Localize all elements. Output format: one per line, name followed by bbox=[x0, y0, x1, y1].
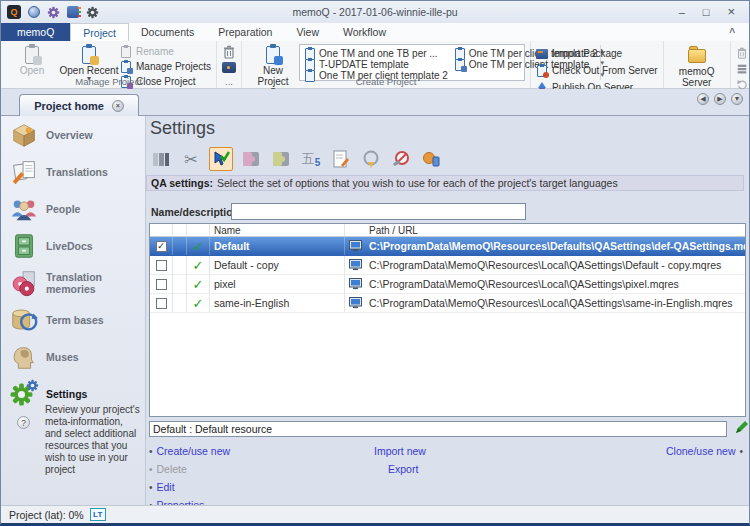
row-path: C:\ProgramData\MemoQ\Resources\Local\QAS… bbox=[365, 275, 745, 293]
settings-category-toolbar: ✂ 五5 bbox=[149, 147, 443, 171]
window-controls: – □ × bbox=[679, 2, 749, 22]
table-row[interactable]: ✓ same-in-English C:\ProgramData\MemoQ\R… bbox=[150, 294, 745, 313]
open-recent-icon bbox=[79, 44, 99, 65]
minimize-button[interactable]: – bbox=[679, 2, 685, 22]
table-row[interactable]: ✓ pixel C:\ProgramData\MemoQ\Resources\L… bbox=[150, 275, 745, 294]
table-row[interactable]: ✓ ✓ Default C:\ProgramData\MemoQ\Resourc… bbox=[150, 237, 745, 256]
clone-use-new-link[interactable]: Clone/use new• bbox=[666, 445, 743, 457]
project-home-tab[interactable]: Project home × bbox=[19, 94, 139, 116]
check-out-icon bbox=[536, 64, 548, 77]
export-link[interactable]: Export bbox=[388, 463, 418, 475]
open-button[interactable]: Open bbox=[6, 43, 58, 76]
group-label-create-project: Create Project bbox=[242, 76, 530, 87]
project-home-sidebar: Overview Translations bbox=[1, 116, 146, 505]
livedocs-settings-icon[interactable] bbox=[269, 147, 293, 171]
sidebar-item-livedocs[interactable]: LiveDocs bbox=[1, 227, 145, 264]
globe-icon[interactable] bbox=[28, 6, 40, 18]
sidebar-item-translations[interactable]: Translations bbox=[1, 153, 145, 190]
edit-link[interactable]: •Edit bbox=[149, 481, 175, 493]
template-item[interactable]: T-UPDATE template bbox=[304, 59, 448, 70]
translations-icon bbox=[9, 157, 39, 187]
collapse-ribbon-icon[interactable]: ^ bbox=[729, 27, 735, 38]
rename-icon bbox=[120, 45, 132, 58]
sidebar-item-muses[interactable]: Muses bbox=[1, 338, 145, 375]
sidebar-item-term-bases[interactable]: Term bases bbox=[1, 301, 145, 338]
close-pane-icon[interactable]: × bbox=[112, 100, 124, 112]
create-use-new-link[interactable]: •Create/use new bbox=[149, 445, 230, 457]
check-out-from-server-button[interactable]: Check Out From Server bbox=[536, 64, 658, 77]
gear-purple-icon[interactable] bbox=[47, 6, 60, 19]
row-path: C:\ProgramData\MemoQ\Resources\Defaults\… bbox=[365, 237, 745, 255]
edit-resource-icon[interactable] bbox=[734, 420, 749, 435]
sidebar-item-people[interactable]: People bbox=[1, 190, 145, 227]
backup-icon bbox=[736, 63, 748, 75]
content-area: Project home × ◀ ▶ ▼ Overview bbox=[1, 89, 749, 505]
safe-icon[interactable] bbox=[222, 62, 236, 73]
row-checkbox[interactable] bbox=[156, 298, 167, 309]
nav-right-icon[interactable]: ▶ bbox=[714, 93, 726, 105]
qa-settings-banner: QA settings: Select the set of options t… bbox=[146, 175, 744, 191]
qa-settings-icon[interactable] bbox=[209, 147, 233, 171]
recycle-bin-icon bbox=[736, 47, 748, 59]
nav-left-icon[interactable]: ◀ bbox=[697, 93, 709, 105]
tab-view[interactable]: View bbox=[284, 23, 331, 41]
pane-nav-buttons: ◀ ▶ ▼ bbox=[697, 93, 743, 105]
ribbon-tab-bar: memoQ Project Documents Preparation View… bbox=[1, 23, 749, 41]
delete-link[interactable]: •Delete bbox=[149, 463, 187, 475]
valid-check-icon: ✓ bbox=[193, 277, 204, 292]
livedocs-icon bbox=[9, 231, 39, 261]
row-checkbox[interactable] bbox=[156, 260, 167, 271]
view-recycle-bin-button[interactable]: View Recycle Bin bbox=[736, 46, 750, 59]
column-header-path[interactable]: Path / URL bbox=[365, 224, 745, 236]
name-description-input[interactable] bbox=[231, 203, 526, 220]
gear-dark-icon[interactable] bbox=[86, 6, 99, 19]
export-path-rules-icon[interactable] bbox=[329, 147, 353, 171]
import-package-button[interactable]: Import Package bbox=[536, 47, 658, 60]
tab-project[interactable]: Project bbox=[70, 23, 129, 41]
translation-memories-icon bbox=[9, 268, 39, 298]
segmentation-rules-icon[interactable]: ✂ bbox=[179, 147, 203, 171]
auto-export-icon[interactable] bbox=[359, 147, 383, 171]
nav-down-icon[interactable]: ▼ bbox=[731, 93, 743, 105]
selected-resource-info bbox=[149, 421, 727, 437]
sidebar-item-overview[interactable]: Overview bbox=[1, 116, 145, 153]
tm-settings-icon[interactable] bbox=[239, 147, 263, 171]
memoq-server-button[interactable]: memoQ Server ▾ bbox=[669, 43, 725, 94]
notebook-icon[interactable] bbox=[67, 6, 79, 18]
row-checkbox[interactable]: ✓ bbox=[156, 241, 167, 252]
pane-tab-strip: Project home × ◀ ▶ ▼ bbox=[1, 89, 749, 116]
maximize-button[interactable]: □ bbox=[703, 2, 710, 22]
manage-projects-button[interactable]: Manage Projects bbox=[120, 60, 211, 73]
trash-icon[interactable] bbox=[222, 45, 236, 59]
tab-workflow[interactable]: Workflow bbox=[331, 23, 398, 41]
local-resource-icon bbox=[349, 278, 362, 290]
group-label-overflow: ... bbox=[217, 76, 241, 87]
close-button[interactable]: × bbox=[727, 2, 735, 22]
language-terminal-icon[interactable]: LT bbox=[90, 508, 106, 521]
import-new-link[interactable]: Import new bbox=[374, 445, 426, 457]
back-up-button[interactable]: Back Up bbox=[736, 62, 750, 75]
sidebar-item-translation-memories[interactable]: Translation memories bbox=[1, 264, 145, 301]
overview-icon bbox=[9, 120, 39, 150]
number-formats-icon[interactable]: 五5 bbox=[299, 147, 323, 171]
tab-memoq[interactable]: memoQ bbox=[1, 23, 70, 41]
group-manage-project: Open Open Recent ▾ Rename Manage Project… bbox=[1, 41, 217, 88]
template-item[interactable]: One TM and one TB per ... bbox=[304, 48, 448, 59]
row-checkbox[interactable] bbox=[156, 279, 167, 290]
memoq-logo-icon[interactable]: Q bbox=[7, 5, 21, 19]
tab-preparation[interactable]: Preparation bbox=[206, 23, 284, 41]
ignore-lists-icon[interactable] bbox=[389, 147, 413, 171]
general-settings-icon[interactable] bbox=[149, 147, 173, 171]
manage-projects-icon bbox=[120, 60, 132, 73]
group-create-project: New Project ▾ One TM and one TB per ... … bbox=[242, 41, 531, 88]
tab-documents[interactable]: Documents bbox=[129, 23, 206, 41]
table-row[interactable]: ✓ Default - copy C:\ProgramData\MemoQ\Re… bbox=[150, 256, 745, 275]
import-package-icon bbox=[536, 49, 548, 59]
ribbon: Open Open Recent ▾ Rename Manage Project… bbox=[1, 41, 749, 89]
template-icon bbox=[454, 58, 466, 71]
term-bases-icon bbox=[9, 305, 39, 335]
column-header-name[interactable]: Name bbox=[210, 224, 345, 236]
rename-button[interactable]: Rename bbox=[120, 45, 211, 58]
local-resource-icon bbox=[349, 240, 362, 252]
font-substitution-icon[interactable] bbox=[419, 147, 443, 171]
